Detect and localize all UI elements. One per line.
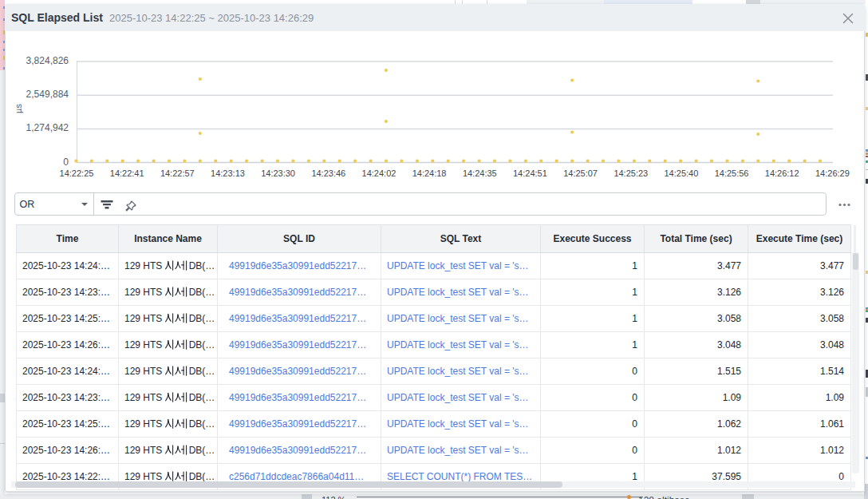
svg-text:0: 0: [63, 156, 69, 168]
svg-text:14:23:30: 14:23:30: [261, 168, 295, 178]
svg-text:µs: µs: [14, 104, 23, 113]
svg-text:14:25:07: 14:25:07: [563, 168, 598, 178]
svg-text:14:25:56: 14:25:56: [715, 168, 749, 178]
svg-text:14:24:18: 14:24:18: [412, 168, 447, 178]
svg-text:14:24:35: 14:24:35: [463, 168, 497, 178]
svg-text:14:22:41: 14:22:41: [110, 168, 144, 178]
svg-text:14:24:51: 14:24:51: [513, 168, 547, 178]
svg-text:2,549,884: 2,549,884: [26, 89, 69, 100]
svg-text:14:26:12: 14:26:12: [765, 168, 799, 178]
svg-text:14:26:29: 14:26:29: [815, 168, 850, 178]
svg-text:14:24:02: 14:24:02: [362, 168, 397, 178]
svg-text:14:22:25: 14:22:25: [60, 168, 94, 178]
svg-text:14:25:40: 14:25:40: [664, 168, 698, 178]
svg-text:3,824,826: 3,824,826: [26, 55, 69, 66]
svg-text:14:22:57: 14:22:57: [160, 168, 195, 178]
svg-text:14:23:13: 14:23:13: [211, 168, 245, 178]
svg-text:14:23:46: 14:23:46: [311, 168, 345, 178]
svg-text:1,274,942: 1,274,942: [26, 122, 69, 133]
svg-text:14:25:23: 14:25:23: [614, 168, 648, 178]
